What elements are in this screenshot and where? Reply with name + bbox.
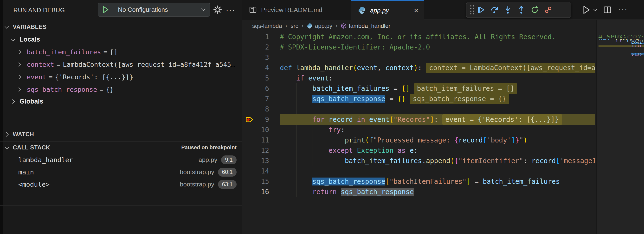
line-number-gutter[interactable]: 10 bbox=[242, 125, 280, 135]
line-number-gutter[interactable]: 12 bbox=[242, 145, 280, 156]
gear-icon[interactable] bbox=[212, 4, 223, 15]
stack-frame-module[interactable]: <module> bootstrap.py 63:1 bbox=[0, 178, 242, 191]
sidebar-title: RUN AND DEBUG bbox=[14, 7, 65, 14]
continue-icon[interactable] bbox=[474, 3, 488, 16]
line-number-gutter[interactable]: 4 bbox=[242, 63, 280, 73]
breadcrumb-separator: › bbox=[336, 23, 338, 29]
call-stack-section-header[interactable]: CALL STACK Paused on breakpoint bbox=[0, 142, 242, 153]
configuration-label: No Configurations bbox=[118, 6, 168, 13]
line-number-gutter[interactable]: 8 bbox=[242, 104, 280, 114]
code-editor[interactable]: 1# Copyright Amazon.com, Inc. or its aff… bbox=[242, 32, 595, 197]
line-number-gutter[interactable]: 16 bbox=[242, 187, 280, 197]
close-tab-icon[interactable]: × bbox=[414, 7, 418, 14]
split-editor-icon[interactable] bbox=[603, 5, 612, 14]
code-line[interactable]: 6 batch_item_failures = []batch_item_fai… bbox=[242, 83, 595, 94]
code-line-text bbox=[280, 104, 595, 114]
code-line-text: return sqs_batch_response bbox=[280, 187, 595, 197]
line-number-gutter[interactable]: 6 bbox=[242, 83, 280, 94]
breadcrumb-symbol[interactable]: lambda_handler bbox=[341, 23, 390, 29]
scope-locals[interactable]: Locals bbox=[0, 34, 242, 45]
code-line[interactable]: 1# Copyright Amazon.com, Inc. or its aff… bbox=[242, 32, 595, 42]
code-line[interactable]: 12 except Exception as e: bbox=[242, 145, 595, 156]
line-number-gutter[interactable]: 2 bbox=[242, 42, 280, 52]
breadcrumb-folder[interactable]: src bbox=[290, 23, 298, 29]
minimap-content: # Copyright Amazon.com, Inc. or its affi… bbox=[598, 35, 644, 56]
inline-debug-value: batch_item_failures = [] bbox=[414, 83, 517, 94]
code-line[interactable]: 11 print(f"Processed message: {record['b… bbox=[242, 135, 595, 145]
stack-frame-lambda-handler[interactable]: lambda_handler app.py 9:1 bbox=[0, 154, 242, 166]
code-line[interactable]: 14 bbox=[242, 166, 595, 176]
line-number-gutter[interactable]: 14 bbox=[242, 166, 280, 176]
line-number-gutter[interactable]: 5 bbox=[242, 73, 280, 83]
scope-globals[interactable]: Globals bbox=[0, 96, 242, 107]
line-number-gutter[interactable]: 1 bbox=[242, 32, 280, 42]
debug-toolbar bbox=[466, 2, 571, 18]
launch-configuration-dropdown[interactable]: No Configurations bbox=[98, 3, 210, 16]
restart-icon[interactable] bbox=[528, 3, 542, 16]
disconnect-icon[interactable] bbox=[542, 3, 555, 16]
toolbar-drag-handle-icon[interactable] bbox=[470, 5, 474, 14]
code-line-text: except Exception as e: bbox=[280, 145, 595, 156]
code-line[interactable]: 8 bbox=[242, 104, 595, 114]
code-line[interactable]: 15 sqs_batch_response["batchItemFailures… bbox=[242, 176, 595, 187]
line-column-badge: 60:1 bbox=[218, 168, 236, 177]
code-line[interactable]: 5 if event: bbox=[242, 73, 595, 83]
line-number-gutter[interactable]: 15 bbox=[242, 176, 280, 187]
code-line[interactable]: 13 batch_item_failures.append({"itemIden… bbox=[242, 156, 595, 166]
editor-more-actions-icon[interactable]: ··· bbox=[618, 7, 628, 13]
stack-frame-main[interactable]: main bootstrap.py 60:1 bbox=[0, 166, 242, 178]
chevron-right-icon bbox=[10, 99, 15, 104]
section-divider bbox=[0, 141, 242, 142]
chevron-down-icon bbox=[4, 24, 9, 29]
chevron-right-icon bbox=[16, 62, 21, 67]
code-line[interactable]: 7 sqs_batch_response = {}sqs_batch_respo… bbox=[242, 94, 595, 104]
code-line[interactable]: 16 return sqs_batch_response bbox=[242, 187, 595, 197]
line-number-gutter[interactable]: 13 bbox=[242, 156, 280, 166]
editor-group: Preview README.md app.py × bbox=[242, 0, 644, 234]
code-line[interactable]: 3 bbox=[242, 52, 595, 63]
code-line[interactable]: return sqs_batch_response bbox=[598, 55, 644, 56]
breadcrumb-folder[interactable]: sqs-lambda bbox=[252, 23, 282, 29]
chevron-right-icon bbox=[4, 132, 8, 136]
run-dropdown-chevron-icon[interactable] bbox=[594, 8, 596, 12]
tab-preview-readme[interactable]: Preview README.md bbox=[242, 0, 351, 20]
watch-section-header[interactable]: WATCH bbox=[0, 129, 242, 140]
breakpoint-current-line-icon bbox=[245, 116, 254, 124]
variable-row-batch-item-failures[interactable]: batch_item_failures=[] bbox=[0, 46, 238, 58]
variables-section-header[interactable]: VARIABLES bbox=[0, 22, 242, 32]
code-line[interactable]: 9 for record in event["Records"]:event =… bbox=[242, 114, 595, 125]
section-divider bbox=[0, 205, 242, 206]
run-python-file-icon[interactable] bbox=[582, 5, 591, 15]
code-line[interactable]: 2# SPDX-License-Identifier: Apache-2.0 bbox=[242, 42, 595, 52]
line-column-badge: 9:1 bbox=[221, 155, 236, 164]
variable-row-event[interactable]: event={'Records': [{...}]} bbox=[0, 71, 238, 83]
line-number-gutter[interactable]: 9 bbox=[242, 114, 280, 125]
variable-row-context[interactable]: context=LambdaContext([aws_request_id=a8… bbox=[0, 58, 238, 71]
chevron-down-icon bbox=[4, 145, 9, 149]
breadcrumb-file[interactable]: app.py bbox=[307, 23, 332, 29]
tab-app-py[interactable]: app.py × bbox=[351, 0, 424, 20]
step-out-icon[interactable] bbox=[514, 3, 528, 16]
editor-tab-bar: Preview README.md app.py × bbox=[242, 0, 644, 20]
chevron-down-icon bbox=[201, 7, 204, 12]
code-line[interactable]: 4def lambda_handler(event, context):cont… bbox=[242, 63, 595, 73]
line-number-gutter[interactable]: 7 bbox=[242, 94, 280, 104]
code-line[interactable]: 10 try: bbox=[242, 125, 595, 135]
symbol-method-icon bbox=[341, 23, 346, 29]
views-more-actions-icon[interactable]: ··· bbox=[225, 4, 236, 15]
code-line-text: for record in event["Records"]:event = {… bbox=[280, 114, 595, 125]
chevron-right-icon bbox=[16, 87, 21, 92]
code-line-text: print(f"Processed message: {record['body… bbox=[280, 135, 595, 145]
line-number-gutter[interactable]: 3 bbox=[242, 52, 280, 63]
code-line-text bbox=[280, 52, 595, 63]
step-into-icon[interactable] bbox=[501, 3, 514, 16]
start-debug-icon[interactable] bbox=[98, 3, 113, 16]
python-file-icon bbox=[307, 23, 312, 29]
code-line-text: try: bbox=[280, 125, 595, 135]
minimap[interactable]: # Copyright Amazon.com, Inc. or its affi… bbox=[596, 20, 644, 234]
variable-row-sqs-batch-response[interactable]: sqs_batch_response={} bbox=[0, 83, 238, 96]
line-number-gutter[interactable]: 11 bbox=[242, 135, 280, 145]
step-over-icon[interactable] bbox=[488, 3, 501, 16]
run-and-debug-sidebar: RUN AND DEBUG No Configurations ··· VARI… bbox=[0, 0, 242, 234]
code-line-text: sqs_batch_response["batchItemFailures"] … bbox=[280, 176, 595, 187]
